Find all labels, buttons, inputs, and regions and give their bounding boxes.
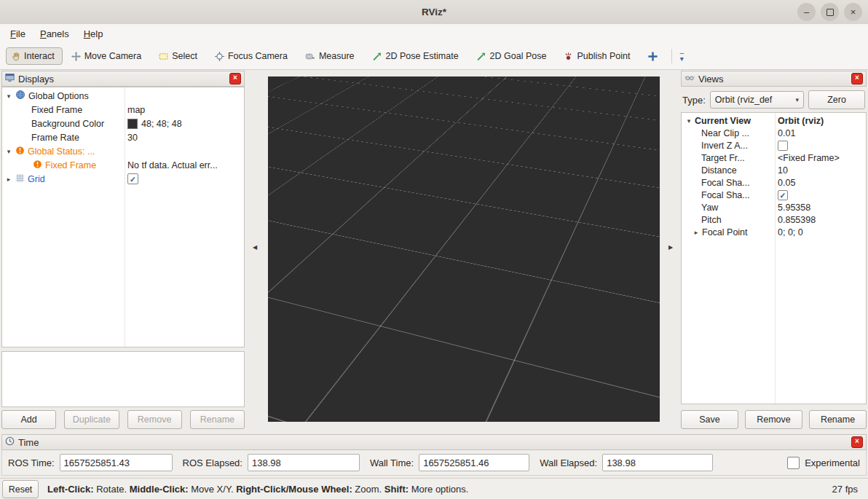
prop-name: Near Clip ... [701,128,749,138]
tree-row-global-options[interactable]: ▾ Global Options [2,89,244,103]
grid-enabled-checkbox[interactable]: ✓ [127,173,138,184]
value-text: 0; 0; 0 [778,227,803,237]
remove-button[interactable]: Remove [745,410,802,429]
wall-time-input[interactable] [419,454,529,471]
tool-measure[interactable]: Measure [305,51,355,61]
view-row-invert-z[interactable]: Invert Z A... [682,139,866,152]
view-row-focal-shape-fixed[interactable]: Focal Sha... ✓ [682,189,866,201]
prop-value[interactable]: 0; 0; 0 [773,227,866,237]
tree-row-background-color[interactable]: Background Color 48; 48; 48 [2,117,244,130]
reset-button[interactable]: Reset [2,480,39,498]
tool-2d-pose-estimate[interactable]: 2D Pose Estimate [372,51,459,61]
expander-icon[interactable]: ▾ [5,148,12,155]
tool-select[interactable]: Select [159,51,197,61]
collapse-left-panel-handle[interactable]: ◀ [253,245,257,251]
expander-icon[interactable]: ▸ [693,229,700,236]
help-text: Rotate. [94,484,130,495]
view-row-pitch[interactable]: Pitch 0.855398 [682,213,866,226]
prop-value[interactable]: ✓ [773,190,866,200]
expander-icon[interactable]: ▾ [5,93,12,100]
prop-name: Target Fr... [701,153,745,163]
close-icon: × [233,74,237,82]
prop-value[interactable]: <Fixed Frame> [773,153,866,163]
prop-value[interactable]: 0.855398 [773,215,866,225]
close-panel-button[interactable]: × [229,73,241,85]
prop-value[interactable]: 0.01 [773,128,866,138]
tool-move-camera[interactable]: Move Camera [71,51,142,61]
toolbar-overflow-button[interactable]: – ▾ [679,50,684,62]
titlebar[interactable]: RViz* – × [0,0,868,25]
view-row-near-clip[interactable]: Near Clip ... 0.01 [682,127,866,139]
tree-row-global-status[interactable]: ▾ Global Status: ... [2,144,244,158]
prop-value[interactable] [773,141,866,151]
close-button[interactable]: × [844,3,862,21]
view-row-yaw[interactable]: Yaw 5.95358 [682,201,866,213]
prop-value[interactable]: 0.05 [773,178,866,188]
minimize-button[interactable]: – [797,3,816,21]
tree-row-status-fixed-frame[interactable]: Fixed Frame No tf data. Actual err... [2,158,244,172]
tree-value[interactable]: 48; 48; 48 [123,119,244,129]
help-text: Move X/Y. [189,484,237,495]
close-panel-button[interactable]: × [851,73,863,85]
rename-button[interactable]: Rename [809,410,867,429]
prop-value[interactable]: 10 [773,165,866,176]
value-text: 0.01 [778,128,795,138]
expander-icon[interactable]: ▾ [685,117,693,125]
tool-publish-point[interactable]: Publish Point [564,51,630,61]
add-button[interactable]: Add [1,410,56,429]
tree-row-frame-rate[interactable]: Frame Rate 30 [2,130,244,144]
view-row-distance[interactable]: Distance 10 [682,164,866,176]
column-splitter[interactable] [775,113,776,404]
views-panel-header[interactable]: Views × [681,71,867,87]
menu-help[interactable]: Help [76,26,111,42]
collapse-right-panel-handle[interactable]: ▶ [668,245,673,251]
view-row-target-frame[interactable]: Target Fr... <Fixed Frame> [682,152,866,164]
tree-row-fixed-frame[interactable]: Fixed Frame map [2,103,244,117]
view-row-current-view[interactable]: ▾Current View Orbit (rviz) [682,114,866,127]
ros-time-label: ROS Time: [8,457,55,468]
close-icon: × [851,7,856,17]
prop-value[interactable]: 5.95358 [773,203,866,213]
value-text: 0.05 [778,178,795,188]
zero-button[interactable]: Zero [808,90,865,109]
view-type-combobox[interactable]: Orbit (rviz_def ▾ [710,91,804,109]
time-panel-header[interactable]: Time × [1,434,867,450]
ros-elapsed-label: ROS Elapsed: [183,457,242,468]
close-icon: × [855,437,859,445]
menu-file[interactable]: File [3,26,33,42]
render-viewport[interactable] [268,76,660,422]
tree-value[interactable]: 30 [123,133,244,143]
save-button[interactable]: Save [681,410,738,429]
views-icon [684,73,695,85]
tool-2d-goal-pose[interactable]: 2D Goal Pose [476,51,547,61]
tool-interact[interactable]: Interact [6,47,63,65]
displays-panel-header[interactable]: Displays × [1,71,245,87]
experimental-checkbox[interactable] [787,457,800,469]
tree-row-grid[interactable]: ▸ Grid ✓ [2,172,244,186]
close-panel-button[interactable]: × [851,436,863,448]
tree-label: Global Options [28,91,89,101]
help-bold: Left-Click: [47,484,94,495]
ground-grid [268,76,660,422]
displays-buttons: Add Duplicate Remove Rename [1,410,245,429]
wall-elapsed-input[interactable] [602,454,713,471]
panel-title: Displays [18,74,226,85]
ros-elapsed-input[interactable] [248,454,360,471]
tree-value: No tf data. Actual err... [123,160,244,170]
invert-z-checkbox[interactable] [778,141,788,151]
prop-name: Distance [701,165,737,176]
column-splitter[interactable] [125,87,125,347]
view-row-focal-point[interactable]: ▸Focal Point 0; 0; 0 [682,226,866,238]
tree-value[interactable]: map [123,105,244,115]
toolbar-separator [671,49,672,63]
focal-shape-checkbox[interactable]: ✓ [778,190,788,200]
expander-icon[interactable]: ▸ [5,176,12,183]
menu-panels[interactable]: Panels [33,26,76,42]
tree-value[interactable]: ✓ [123,173,244,184]
add-tool-button[interactable] [647,51,658,62]
maximize-button[interactable] [821,3,839,21]
ros-time-input[interactable] [60,454,173,471]
tool-focus-camera[interactable]: Focus Camera [215,51,288,61]
view-row-focal-shape-size[interactable]: Focal Sha... 0.05 [682,176,866,189]
globe-icon [15,90,25,102]
